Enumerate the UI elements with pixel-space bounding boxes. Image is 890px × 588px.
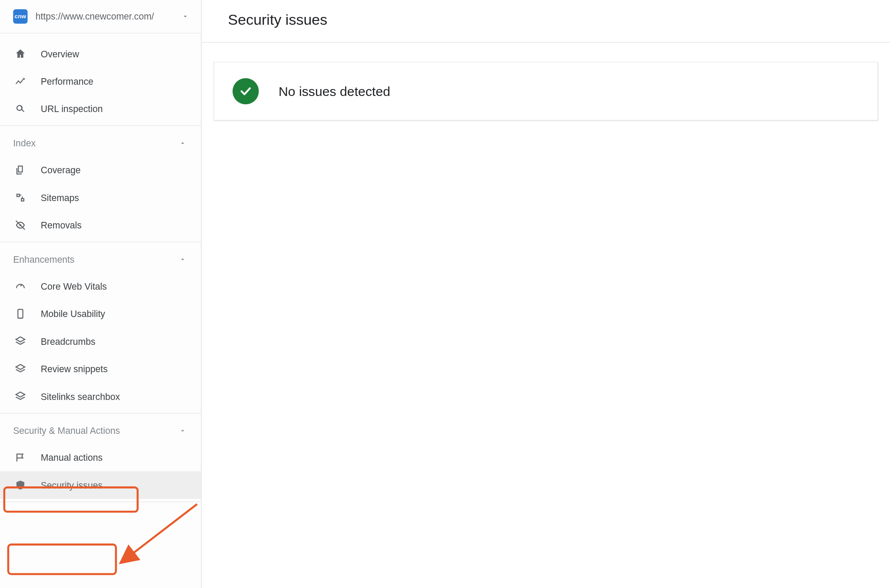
section-header-index[interactable]: Index [0,129,201,156]
sidebar-item-performance[interactable]: Performance [0,68,201,95]
property-selector[interactable]: cnw https://www.cnewcomer.com/ [0,0,201,33]
layers-icon [13,390,27,402]
search-icon [13,103,27,115]
sidebar-item-url-inspection[interactable]: URL inspection [0,95,201,122]
copy-icon [13,164,27,176]
site-favicon: cnw [13,9,27,23]
nav-section-security: Security & Manual Actions Manual actions… [0,413,201,502]
sidebar-item-label: Performance [41,76,93,86]
flag-icon [13,452,27,463]
sidebar-item-label: Sitelinks searchbox [41,391,120,402]
section-title: Security & Manual Actions [13,426,120,436]
sidebar-item-mobile-usability[interactable]: Mobile Usability [0,300,201,327]
layers-icon [13,335,27,347]
sidebar-item-label: Overview [41,49,79,59]
nav-section-enhancements: Enhancements Core Web Vitals Mobile Usab… [0,242,201,414]
nav-section-top: Overview Performance URL inspection [0,33,201,126]
trend-icon [13,76,27,87]
chevron-up-icon [179,255,186,263]
section-header-enhancements[interactable]: Enhancements [0,245,201,272]
sidebar-item-label: Removals [41,220,82,230]
sidebar-item-label: Mobile Usability [41,308,105,319]
main-body: No issues detected [202,43,890,588]
chevron-up-icon [179,427,186,435]
eye-off-icon [13,219,27,231]
status-card: No issues detected [213,62,878,121]
sitemap-icon [13,192,27,203]
sidebar-item-label: Sitemaps [41,192,79,203]
sidebar-item-overview[interactable]: Overview [0,40,201,67]
sidebar-item-sitelinks-searchbox[interactable]: Sitelinks searchbox [0,383,201,410]
sidebar-item-review-snippets[interactable]: Review snippets [0,355,201,383]
sidebar-item-label: Security issues [41,480,103,490]
layers-icon [13,363,27,375]
sidebar-item-label: URL inspection [41,104,103,114]
sidebar-item-label: Core Web Vitals [41,281,107,291]
main-content: Security issues No issues detected [202,0,890,588]
svg-rect-1 [18,309,23,318]
home-icon [13,48,27,59]
sidebar-item-label: Coverage [41,165,81,175]
shield-icon [13,479,27,491]
section-title: Enhancements [13,254,74,264]
sidebar: cnw https://www.cnewcomer.com/ Overview … [0,0,202,588]
sidebar-item-manual-actions[interactable]: Manual actions [0,444,201,471]
chevron-up-icon [179,139,186,147]
sidebar-item-label: Breadcrumbs [41,336,96,347]
svg-point-0 [20,224,22,226]
sidebar-item-breadcrumbs[interactable]: Breadcrumbs [0,327,201,355]
sidebar-item-core-web-vitals[interactable]: Core Web Vitals [0,272,201,300]
sidebar-item-coverage[interactable]: Coverage [0,156,201,184]
status-message: No issues detected [279,84,390,99]
chevron-down-icon [181,13,189,20]
speed-icon [13,280,27,292]
page-title: Security issues [228,12,864,29]
sidebar-item-security-issues[interactable]: Security issues [0,471,201,499]
site-url: https://www.cnewcomer.com/ [36,11,173,22]
section-header-security[interactable]: Security & Manual Actions [0,416,201,443]
main-header: Security issues [202,0,890,43]
check-circle-icon [232,78,259,104]
sidebar-item-label: Manual actions [41,452,103,462]
section-title: Index [13,138,36,148]
nav-section-index: Index Coverage Sitemaps [0,126,201,242]
mobile-icon [13,308,27,320]
sidebar-item-removals[interactable]: Removals [0,211,201,239]
sidebar-item-label: Review snippets [41,363,108,374]
sidebar-item-sitemaps[interactable]: Sitemaps [0,184,201,211]
